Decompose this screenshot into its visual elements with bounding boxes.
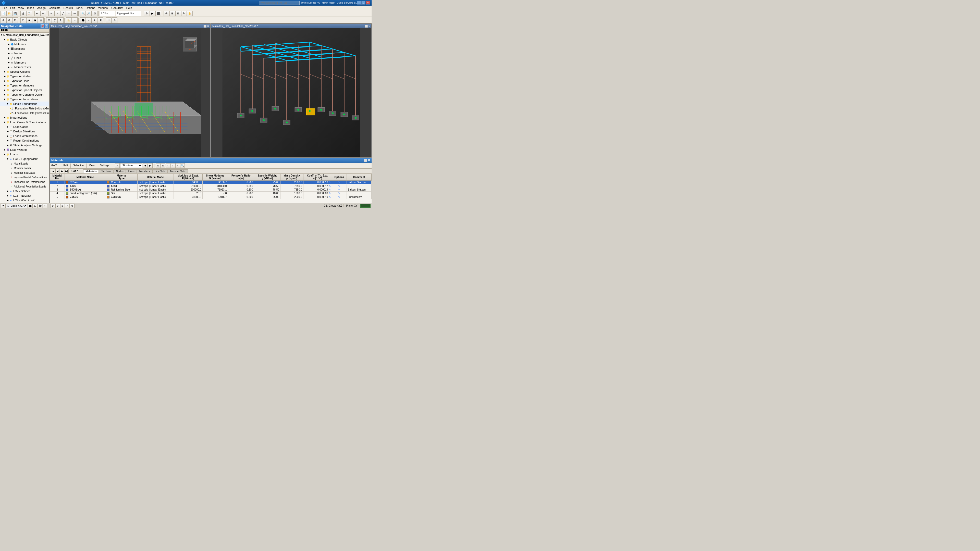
tb-select[interactable]: ↖	[48, 11, 54, 16]
tb-display3[interactable]: ▣	[32, 17, 38, 23]
menu-cad-bim[interactable]: CAD-BIM	[110, 6, 124, 10]
tree-item-types-foundations[interactable]: ▼ 📁 Types for Foundations	[0, 97, 49, 102]
tb-save[interactable]: 💾	[12, 11, 18, 16]
snap-tb3[interactable]: ⊞	[60, 203, 65, 208]
tree-item-static-analysis[interactable]: ▶ ⚙ Static Analysis Settings	[0, 143, 49, 148]
bottom-panel-maximize[interactable]: ⬜	[364, 159, 367, 162]
table-tool-2[interactable]: ⊟	[161, 163, 165, 168]
tb-rotate[interactable]: ↻	[181, 11, 187, 16]
expand-imperfections[interactable]: ▶	[3, 116, 6, 119]
snap-tb2[interactable]: ⊗	[56, 203, 60, 208]
expand-lc1[interactable]: ▼	[6, 158, 9, 160]
left-viewport[interactable]: Main-Test_Hall_Foundation_No-Res.rf6* ⬜ …	[50, 24, 210, 157]
expand-types-members[interactable]: ▶	[3, 84, 6, 87]
expand-lc4[interactable]: ▶	[6, 199, 9, 202]
edit-alpha-icon[interactable]: ✎	[329, 192, 331, 195]
tab-line-sets[interactable]: Line Sets	[152, 169, 168, 173]
menu-view[interactable]: View	[17, 6, 26, 10]
tree-item-lines[interactable]: ▶ ╱ Lines	[0, 56, 49, 60]
tree-item-project[interactable]: ▼ 🗂 Main-Test_Hall_Foundation_No-Res.rf6…	[0, 33, 49, 37]
menu-file[interactable]: File	[1, 6, 9, 10]
edit-alpha-icon[interactable]: ✎	[329, 185, 331, 187]
expand-types-lines[interactable]: ▶	[3, 79, 6, 82]
tb-print[interactable]: 🖨	[21, 11, 26, 16]
tree-item-member-loads[interactable]: ↓ Member Loads	[0, 166, 49, 170]
tree-item-types-nodes[interactable]: ▶ 📁 Types for Nodes	[0, 74, 49, 79]
table-tool-5[interactable]: ✎	[175, 163, 180, 168]
edit-alpha-icon[interactable]: ✎	[329, 181, 331, 184]
snap-tb1[interactable]: ⊕	[51, 203, 55, 208]
minimize-button[interactable]: ─	[357, 1, 361, 5]
toolbar-view[interactable]: View	[88, 164, 96, 167]
expand-load-cases[interactable]: ▶	[6, 125, 9, 128]
tb-display4[interactable]: ▤	[38, 17, 44, 23]
right-viewport[interactable]: Main-Test_Hall_Foundation_No-Res.rf6* ⬜ …	[211, 24, 372, 157]
status-tb3[interactable]: 🎥	[38, 203, 42, 208]
tb-run[interactable]: ▶	[150, 11, 155, 16]
tab-lines[interactable]: Lines	[126, 169, 137, 173]
tb-display1[interactable]: □	[21, 17, 26, 23]
tree-item-additional-fnd[interactable]: ↓ Additional Foundation Loads	[0, 184, 49, 189]
toolbar-edit[interactable]: Edit	[62, 164, 69, 167]
expand-basic[interactable]: ▼	[3, 38, 6, 41]
tb-surface[interactable]: ▬	[72, 11, 78, 16]
cell-options[interactable]: ✎	[332, 184, 347, 188]
expand-special[interactable]: ▶	[3, 70, 6, 73]
tree-item-imperfections[interactable]: ▶ 📁 Imperfections	[0, 115, 49, 120]
tb-snap1[interactable]: ⊕	[0, 17, 6, 23]
tb-display2[interactable]: ■	[26, 17, 32, 23]
toolbar-selection[interactable]: Selection	[72, 164, 85, 167]
tree-item-load-cases[interactable]: ▶ 📋 Load Cases	[0, 124, 49, 129]
toolbar-go-to[interactable]: Go To	[50, 164, 59, 167]
tree-item-lc4[interactable]: ▶ ■ LC4 - Wind in +X	[0, 198, 49, 203]
expand-types-nodes[interactable]: ▶	[3, 75, 6, 78]
expand-types-special[interactable]: ▶	[3, 89, 6, 91]
tab-materials[interactable]: Materials	[83, 169, 99, 173]
bottom-panel-close[interactable]: ✕	[368, 159, 370, 162]
tree-item-types-special[interactable]: ▶ 📁 Types for Special Objects	[0, 88, 49, 92]
nav-close-button[interactable]: ✕	[45, 24, 48, 28]
tree-item-types-lines[interactable]: ▶ 📁 Types for Lines	[0, 79, 49, 83]
menu-tools[interactable]: Tools	[74, 6, 84, 10]
page-last[interactable]: ▶|	[65, 169, 68, 173]
expand-nodes[interactable]: ▶	[7, 52, 10, 55]
right-viewport-content[interactable]	[211, 28, 371, 157]
maximize-button[interactable]: □	[361, 1, 366, 5]
tb-snap2[interactable]: ⊗	[6, 17, 12, 23]
tb-axis1[interactable]: x	[46, 17, 52, 23]
left-vp-close[interactable]: ✕	[207, 25, 209, 27]
tree-item-types-members[interactable]: ▶ 📁 Types for Members	[0, 83, 49, 88]
tree-item-loads[interactable]: ▼ 📁 Loads	[0, 152, 49, 157]
tree-item-lc1[interactable]: ▼ ■ LC1 - Eigengewicht	[0, 157, 49, 161]
global-search-input[interactable]	[259, 1, 300, 5]
tb-view3[interactable]: ⊟	[175, 11, 181, 16]
menu-assign[interactable]: Assign	[36, 6, 47, 10]
expand-types-foundations[interactable]: ▼	[3, 98, 6, 100]
tree-item-lc5[interactable]: ▶ ■ LC5 - Wind in +Y	[0, 203, 49, 203]
tb-undo[interactable]: ↩	[35, 11, 40, 16]
cell-options[interactable]: ✎	[332, 188, 347, 191]
structure-filter-dropdown[interactable]: Structure	[120, 163, 142, 168]
tb-axis3[interactable]: z	[58, 17, 64, 23]
tree-item-fnd-2[interactable]: ■ 2 - Foundation Plate | without Groundw…	[0, 111, 49, 115]
table-tool-3[interactable]: ↑	[165, 163, 170, 168]
menu-window[interactable]: Window	[97, 6, 110, 10]
expand-load-combos-sub[interactable]: ▶	[6, 135, 9, 137]
tb-calc[interactable]: ⚙	[144, 11, 149, 16]
tb-loads-on[interactable]: ⬤	[80, 17, 86, 23]
table-tool-6[interactable]: 🔍	[180, 163, 185, 168]
menu-options[interactable]: Options	[84, 6, 97, 10]
expand-lc3[interactable]: ▶	[6, 194, 9, 197]
expand-load-combos[interactable]: ▼	[3, 121, 6, 124]
tree-item-special[interactable]: ▶ 📁 Special Objects	[0, 69, 49, 74]
menu-edit[interactable]: Edit	[9, 6, 17, 10]
tree-item-member-set-loads[interactable]: ↓ Member Set Loads	[0, 170, 49, 175]
tb-view2[interactable]: ⊞	[169, 11, 175, 16]
expand-project[interactable]: ▼	[0, 34, 3, 36]
tree-item-lc2[interactable]: ▶ ■ LC2 - Schnee	[0, 189, 49, 193]
status-tb1[interactable]: ⬤	[28, 203, 33, 208]
expand-lc2[interactable]: ▶	[6, 190, 9, 192]
tb-zoom-out[interactable]: 🔎	[86, 11, 92, 16]
tree-item-sections[interactable]: ▶ ⬛ Sections	[0, 46, 49, 51]
right-vp-restore[interactable]: ⬜	[365, 25, 368, 27]
